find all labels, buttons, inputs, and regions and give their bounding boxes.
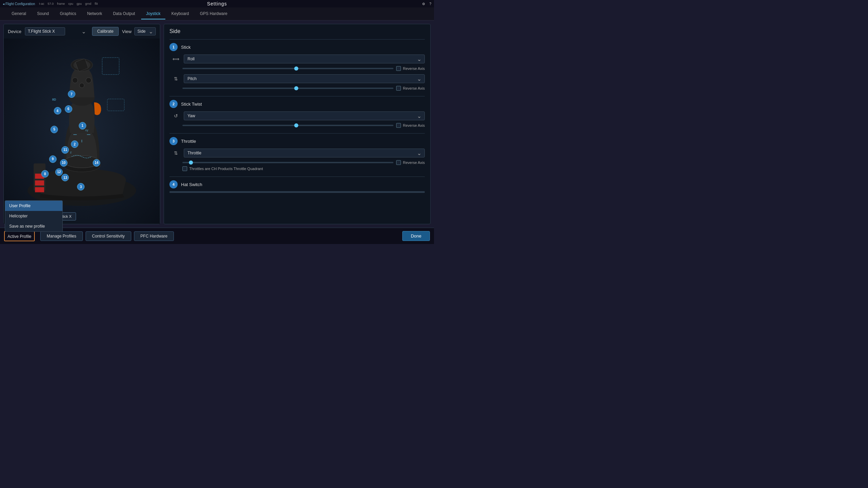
section-hat-name: Hat Switch [181,182,202,187]
pfc-hardware-button[interactable]: PFC Hardware [134,231,174,241]
svg-point-12 [86,78,91,83]
roll-reverse-row: Reverse Axis [396,66,425,71]
throttle-icon: ⇅ [171,148,181,158]
tab-data-output[interactable]: Data Output [108,9,140,19]
yaw-select[interactable]: Yaw [184,111,425,120]
svg-point-13 [79,83,84,88]
roll-slider[interactable] [182,68,393,69]
manage-profiles-button[interactable]: Manage Profiles [40,231,83,241]
tab-sound[interactable]: Sound [32,9,54,19]
hat-switch-bar [169,191,425,193]
back-label: Flight Configuration [5,2,35,6]
badge-9[interactable]: 9 [49,155,57,163]
ch-products-checkbox[interactable] [182,166,187,171]
badge-4[interactable]: 4 [54,107,61,115]
badge-14[interactable]: 14 [93,159,100,167]
badge-8[interactable]: 8 [41,170,49,178]
yaw-reverse-row: Reverse Axis [396,123,425,128]
yaw-slider-row: Reverse Axis [169,123,425,128]
badge-2[interactable]: 2 [71,140,78,148]
pitch-reverse-checkbox[interactable] [396,86,401,91]
throttle-axis-row: ⇅ Throttle [169,148,425,158]
tab-network[interactable]: Network [82,9,107,19]
yaw-axis-row: ↺ Yaw [169,111,425,121]
badge-12[interactable]: 12 [55,168,63,176]
bottom-bar: Active Profile User Profile Helicopter S… [0,228,434,244]
back-button[interactable]: ◂ Flight Configuration [3,2,35,6]
pitch-slider[interactable] [182,88,393,89]
section-throttle-header: 3 Throttle [169,137,425,145]
section-twist-header: 2 Stick Twist [169,100,425,108]
roll-slider-thumb[interactable] [294,66,298,71]
tab-joystick[interactable]: Joystick [141,9,165,19]
section-hat-num: 4 [169,180,178,188]
section-stick-name: Stick [181,45,191,50]
yaw-slider-thumb[interactable] [294,123,298,127]
svg-rect-17 [107,99,124,111]
throttle-slider-row: Reverse Axis [169,160,425,165]
yaw-select-wrapper: Yaw [184,111,425,120]
pitch-reverse-row: Reverse Axis [396,86,425,91]
tab-graphics[interactable]: Graphics [55,9,81,19]
section-stick-header: 1 Stick [169,43,425,51]
pitch-slider-thumb[interactable] [294,86,298,90]
section-throttle: 3 Throttle ⇅ Throttle Reverse Axis [169,137,425,171]
roll-reverse-checkbox[interactable] [396,66,401,71]
pitch-select[interactable]: Pitch [184,74,425,83]
sliders-icon[interactable]: ⚙ [422,2,425,6]
badge-10[interactable]: 10 [60,159,68,167]
roll-select[interactable]: Roll [184,55,425,63]
active-profile-section: Active Profile User Profile Helicopter S… [4,231,35,241]
done-button[interactable]: Done [402,231,430,241]
divider-stick [169,96,425,96]
throttle-slider-thumb[interactable] [189,161,193,165]
main-content: Device T.Flight Stick X Calibrate View S… [0,20,434,228]
roll-axis-row: ⟺ Roll [169,54,425,64]
throttle-slider[interactable] [182,162,393,163]
yaw-slider[interactable] [182,125,393,126]
profile-item-helicopter[interactable]: Helicopter [5,211,62,221]
yaw-reverse-label: Reverse Axis [403,123,425,127]
profile-item-user[interactable]: User Profile [5,201,62,211]
throttle-reverse-checkbox[interactable] [396,160,401,165]
device-select[interactable]: T.Flight Stick X [25,27,65,35]
divider-throttle [169,177,425,177]
bottom-buttons: Manage Profiles Control Sensitivity PFC … [40,231,174,241]
throttle-reverse-row: Reverse Axis [396,160,425,165]
help-icon[interactable]: ? [429,2,431,6]
section-twist: 2 Stick Twist ↺ Yaw Reverse Axis [169,100,425,128]
badge-6[interactable]: 6 [65,105,72,113]
roll-icon: ⟺ [171,54,181,64]
tab-general[interactable]: General [7,9,31,19]
divider-twist [169,133,425,134]
control-sensitivity-button[interactable]: Control Sensitivity [86,231,131,241]
pitch-icon: ⇅ [171,74,181,84]
active-profile-label: Active Profile [8,234,31,239]
profile-item-save-new[interactable]: Save as new profile [5,221,62,231]
device-select-wrapper: T.Flight Stick X [25,27,89,35]
roll-slider-row: Reverse Axis [169,66,425,71]
svg-rect-3 [35,180,44,185]
tab-gps-hardware[interactable]: GPS Hardware [195,9,232,19]
svg-text:z: z [70,150,72,154]
roll-reverse-label: Reverse Axis [403,66,425,71]
badge-7[interactable]: 7 [68,90,75,98]
back-icon: ◂ [3,2,4,6]
calibrate-button[interactable]: Calibrate [92,27,119,36]
view-select[interactable]: Side Top [134,27,156,35]
tab-keyboard[interactable]: Keyboard [167,9,194,19]
profile-dropdown: User Profile Helicopter Save as new prof… [5,200,63,232]
throttle-extra: Throttles are CH Products Throttle Quadr… [169,166,425,171]
yaw-reverse-checkbox[interactable] [396,123,401,128]
page-title: Settings [207,1,227,6]
badge-1[interactable]: 1 [79,122,86,129]
badge-11[interactable]: 11 [61,146,69,154]
section-twist-num: 2 [169,100,178,108]
joystick-image-area: z xy 7 4 6 8D 5 2 [4,39,160,224]
section-hat-header: 4 Hat Switch [169,180,425,188]
roll-select-wrapper: Roll [184,55,425,63]
badge-5[interactable]: 5 [50,126,58,133]
throttle-select[interactable]: Throttle [184,149,425,157]
nav-tabs: General Sound Graphics Network Data Outp… [0,7,434,20]
svg-rect-16 [102,58,119,75]
